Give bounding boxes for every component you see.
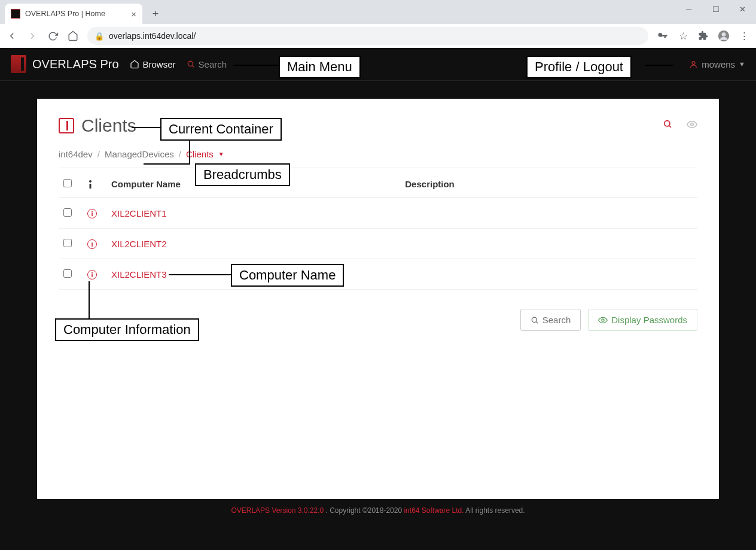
nav-search[interactable]: Search [187,59,227,69]
footer-version: OVERLAPS Version 3.0.22.0 [231,506,324,515]
svg-line-6 [669,126,671,127]
col-info [83,171,106,198]
search-icon [531,316,539,324]
page-toolbar [663,119,697,130]
crumb-caret-icon[interactable]: ▼ [218,151,224,157]
info-icon[interactable]: i [87,209,97,218]
svg-point-7 [691,123,694,126]
table-row: i XIL2CLIENT3 [59,259,697,290]
callout-computer-info: Computer Information [55,318,199,341]
extensions-icon[interactable] [697,30,709,42]
info-icon[interactable]: i [87,239,97,249]
table-row: i XIL2CLIENT1 [59,198,697,229]
new-tab-button[interactable]: + [147,5,164,22]
col-desc: Description [400,171,697,198]
app-header: OVERLAPS Pro Browser Search mowens ▼ [0,48,756,81]
callout-main-menu: Main Menu [279,56,361,78]
page-card: Clients int64dev / ManagedDevices / Clie… [37,99,719,499]
svg-rect-9 [90,184,92,189]
divider [59,168,697,168]
row-checkbox[interactable] [63,239,72,247]
callout-computer-name: Computer Name [231,264,344,287]
footer-rights: All rights reserved. [465,506,525,515]
svg-point-2 [188,61,193,66]
computer-name-link[interactable]: XIL2CLIENT1 [111,208,167,218]
url-field[interactable]: 🔒 overlaps.int64dev.local/ [87,27,648,45]
window-minimize[interactable]: ─ [675,0,702,18]
select-all-checkbox[interactable] [63,179,72,187]
brand[interactable]: OVERLAPS Pro [11,55,119,73]
menu-icon[interactable]: ⋮ [738,30,750,42]
page-search-icon[interactable] [663,119,672,130]
caret-down-icon: ▼ [739,60,745,68]
clients-icon [59,118,74,133]
display-passwords-button[interactable]: Display Passwords [588,309,697,331]
tab-favicon-icon [11,9,20,19]
chrome-actions: ☆ ⋮ [657,30,750,42]
url-text: overlaps.int64dev.local/ [109,31,196,41]
address-bar: 🔒 overlaps.int64dev.local/ ☆ ⋮ [0,24,756,48]
tab-strip: OVERLAPS Pro | Home × + [0,0,756,24]
info-icon[interactable]: i [87,270,97,279]
col-checkbox [59,171,83,198]
svg-line-11 [536,321,538,323]
window-close[interactable]: ✕ [729,0,756,18]
computer-name-link[interactable]: XIL2CLIENT3 [111,269,167,279]
crumb-0[interactable]: int64dev [59,149,93,159]
svg-point-12 [602,319,604,321]
search-button-label: Search [542,315,571,325]
page-title-text: Clients [81,116,136,136]
svg-point-5 [664,121,670,126]
window-maximize[interactable]: ☐ [702,0,729,18]
user-menu[interactable]: mowens ▼ [689,59,745,69]
svg-point-10 [532,317,536,322]
row-checkbox[interactable] [63,269,72,278]
home-icon[interactable] [67,30,79,42]
tab-close-icon[interactable]: × [131,9,136,19]
user-icon [689,60,698,69]
lock-icon: 🔒 [94,32,104,41]
row-checkbox[interactable] [63,208,72,217]
footer: OVERLAPS Version 3.0.22.0 . Copyright ©2… [0,499,756,515]
browser-chrome: ─ ☐ ✕ OVERLAPS Pro | Home × + 🔒 overlaps… [0,0,756,48]
reload-icon[interactable] [47,30,59,42]
callout-breadcrumbs: Breadcrumbs [195,163,290,186]
search-icon [187,60,195,68]
brand-logo-icon [11,55,26,73]
brand-text: OVERLAPS Pro [32,57,119,71]
breadcrumb: int64dev / ManagedDevices / Clients ▼ [59,149,697,159]
nav-browser[interactable]: Browser [130,59,176,69]
callout-current-container: Current Container [160,118,282,141]
forward-icon[interactable] [26,30,38,42]
clients-table: Computer Name Description i XIL2CLIENT1 … [59,171,697,290]
page-title: Clients [59,116,697,136]
search-button[interactable]: Search [520,309,581,331]
svg-point-8 [89,180,92,183]
eye-icon [598,315,608,325]
back-icon[interactable] [6,30,18,42]
computer-name-link[interactable]: XIL2CLIENT2 [111,239,167,249]
table-row: i XIL2CLIENT2 [59,229,697,259]
user-name: mowens [702,59,735,69]
key-icon[interactable] [657,30,669,42]
footer-copyright: . Copyright ©2018-2020 [326,506,404,515]
svg-point-1 [722,32,726,37]
footer-company[interactable]: int64 Software Ltd. [404,506,464,515]
eye-icon[interactable] [687,119,697,130]
profile-icon[interactable] [718,30,730,42]
info-header-icon [87,180,93,189]
svg-line-3 [192,66,194,68]
nav-search-label: Search [199,59,227,69]
callout-profile: Profile / Logout [526,56,632,78]
home-outline-icon [130,59,139,69]
app-shell: OVERLAPS Pro Browser Search mowens ▼ Mai… [0,48,756,550]
nav-browser-label: Browser [143,59,176,69]
browser-tab[interactable]: OVERLAPS Pro | Home × [5,4,142,24]
tab-title: OVERLAPS Pro | Home [25,10,105,18]
window-controls: ─ ☐ ✕ [675,0,756,18]
svg-point-4 [692,61,695,64]
star-icon[interactable]: ☆ [677,30,689,42]
display-passwords-label: Display Passwords [611,315,687,325]
crumb-1[interactable]: ManagedDevices [105,149,174,159]
